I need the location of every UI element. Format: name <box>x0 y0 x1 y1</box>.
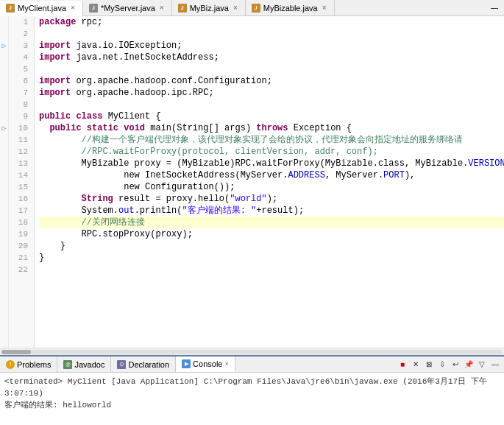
tab-label: *MyServer.java <box>101 4 155 13</box>
code-line-9: public class MyClient { <box>39 110 504 122</box>
console-close-icon[interactable]: × <box>224 360 228 368</box>
scroll-lock-button[interactable]: ⇩ <box>436 359 448 370</box>
tab-declaration[interactable]: D Declaration <box>111 356 176 372</box>
scrollbar-thumb[interactable] <box>1 350 31 354</box>
tab-close-icon[interactable]: × <box>69 4 77 12</box>
margin-16 <box>0 193 8 205</box>
stop-button[interactable]: ■ <box>397 359 408 370</box>
margin-19 <box>0 228 8 240</box>
margin-4 <box>0 52 8 63</box>
tab-close-icon[interactable]: × <box>232 4 239 12</box>
margin-9 <box>0 110 8 122</box>
margin-5 <box>0 63 8 75</box>
tab-mybizable[interactable]: J MyBizable.java × <box>246 0 335 15</box>
tab-problems[interactable]: ! Problems <box>0 356 57 372</box>
code-line-10: public static void main(String[] args) t… <box>39 122 504 134</box>
line-num-12: 12 <box>9 146 31 158</box>
line-num-16: 16 <box>9 193 31 205</box>
scrollbar-track[interactable] <box>1 350 503 354</box>
code-line-3: import java.io.IOException; <box>39 40 504 52</box>
line-num-1: 1 <box>9 16 31 28</box>
fold-arrow-main[interactable]: ▷ <box>1 124 6 133</box>
tab-mybiz[interactable]: J MyBiz.java × <box>172 0 246 15</box>
tab-myclient[interactable]: J MyClient.java × <box>0 1 83 16</box>
code-line-12: //RPC.waitForProxy(protocol, clientVersi… <box>39 146 504 158</box>
line-numbers: 1 2 3 4 5 6 7 8 9 10 11 12 13 14 15 16 1… <box>9 16 35 348</box>
line-num-20: 20 <box>9 240 31 252</box>
margin-11 <box>0 134 8 146</box>
line-num-10: 10 <box>9 122 31 134</box>
minimize-editor-icon[interactable]: — <box>485 4 504 12</box>
margin-18 <box>0 217 8 228</box>
margin-15 <box>0 181 8 193</box>
code-line-14: new InetSocketAddress(MyServer.ADDRESS, … <box>39 169 504 181</box>
line-num-21: 21 <box>9 252 31 264</box>
code-line-16: String result = proxy.hello("world"); <box>39 193 504 205</box>
console-label: Console <box>193 359 222 368</box>
java-file-icon: J <box>178 4 187 13</box>
remove-terminated-button[interactable]: ✕ <box>410 359 422 370</box>
line-num-13: 13 <box>9 158 31 169</box>
margin-7 <box>0 87 8 99</box>
margin-12 <box>0 146 8 158</box>
margin-1 <box>0 16 8 28</box>
editor-window: J MyClient.java × J *MyServer.java × J M… <box>0 0 504 410</box>
code-line-8 <box>39 99 504 110</box>
minimize-panel-button[interactable]: — <box>489 359 501 370</box>
code-editor: ▷ ▷ 1 2 3 <box>0 16 504 348</box>
code-line-4: import java.net.InetSocketAddress; <box>39 52 504 63</box>
line-num-8: 8 <box>9 99 31 110</box>
left-margin: ▷ ▷ <box>0 16 9 348</box>
line-num-7: 7 <box>9 87 31 99</box>
console-line-2: 客户端的结果: helloworld <box>4 399 500 410</box>
tab-label: MyClient.java <box>18 4 66 13</box>
console-output: <terminated> MyClient [Java Application]… <box>0 373 504 410</box>
console-line-1: <terminated> MyClient [Java Application]… <box>4 376 500 399</box>
tab-label: MyBiz.java <box>190 4 229 13</box>
code-line-15: new Configuration()); <box>39 181 504 193</box>
javadoc-label: Javadoc <box>74 360 104 369</box>
code-line-20: } <box>39 240 504 252</box>
fold-arrow[interactable]: ▷ <box>1 41 6 50</box>
margin-6 <box>0 75 8 87</box>
code-line-1: package rpc; <box>39 16 504 28</box>
margin-20 <box>0 240 8 252</box>
line-num-5: 5 <box>9 63 31 75</box>
javadoc-icon: @ <box>63 360 72 369</box>
line-num-11: 11 <box>9 134 31 146</box>
line-num-17: 17 <box>9 205 31 217</box>
margin-10: ▷ <box>0 122 8 134</box>
tab-close-icon[interactable]: × <box>321 4 328 12</box>
clear-console-button[interactable]: ⊠ <box>423 359 435 370</box>
tab-label: MyBizable.java <box>263 4 318 13</box>
java-file-icon: J <box>6 4 15 13</box>
word-wrap-button[interactable]: ↩ <box>450 359 461 370</box>
tab-console[interactable]: ▶ Console × <box>176 356 235 372</box>
code-line-13: MyBizable proxy = (MyBizable)RPC.waitFor… <box>39 158 504 169</box>
code-line-11: //构建一个客户端代理对象，该代理对象实现了会给的协议，代理对象会向指定地址的服… <box>39 134 504 146</box>
horizontal-scrollbar[interactable] <box>0 348 504 355</box>
code-line-6: import org.apache.hadoop.conf.Configurat… <box>39 75 504 87</box>
tab-bar: J MyClient.java × J *MyServer.java × J M… <box>0 0 504 16</box>
margin-8 <box>0 99 8 110</box>
pin-console-button[interactable]: 📌 <box>463 359 475 370</box>
tab-close-icon[interactable]: × <box>158 4 166 12</box>
tab-myserver[interactable]: J *MyServer.java × <box>83 0 172 15</box>
margin-14 <box>0 169 8 181</box>
tab-javadoc[interactable]: @ Javadoc <box>57 356 111 372</box>
margin-21 <box>0 252 8 264</box>
code-line-21: } <box>39 252 504 264</box>
line-num-3: 3 <box>9 40 31 52</box>
code-line-18: //关闭网络连接 <box>39 217 504 228</box>
margin-13 <box>0 158 8 169</box>
problems-label: Problems <box>17 360 51 369</box>
line-num-14: 14 <box>9 169 31 181</box>
code-content[interactable]: package rpc; import java.io.IOException;… <box>35 16 504 348</box>
code-line-17: System.out.println("客户端的结果: "+result); <box>39 205 504 217</box>
code-line-5 <box>39 63 504 75</box>
code-line-19: RPC.stopProxy(proxy); <box>39 228 504 240</box>
view-menu-button[interactable]: ▽ <box>476 359 488 370</box>
margin-22 <box>0 264 8 275</box>
declaration-label: Declaration <box>128 360 169 369</box>
console-actions: ■ ✕ ⊠ ⇩ ↩ 📌 ▽ — <box>397 359 504 370</box>
